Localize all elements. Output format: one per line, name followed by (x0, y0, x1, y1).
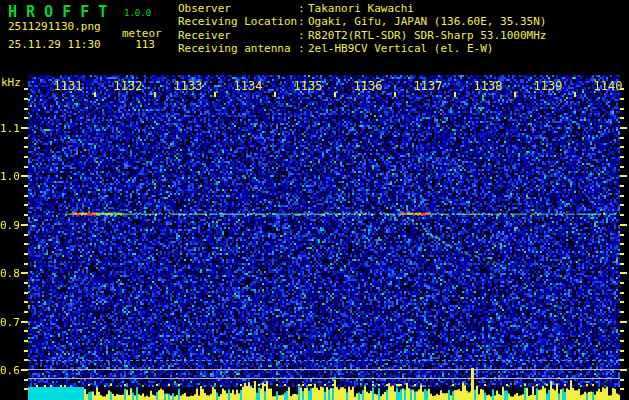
left-axis-tick (24, 204, 28, 206)
right-axis-tick (620, 156, 624, 158)
right-axis-tick (620, 88, 624, 90)
right-axis-tick (620, 166, 624, 168)
station-info-label: Receiving antenna (178, 42, 298, 55)
spectrogram-canvas (28, 75, 620, 400)
right-axis-tick (620, 127, 627, 129)
station-info-row: Receiving Location:Ogaki, Gifu, JAPAN (1… (178, 15, 546, 28)
x-axis-tick-label: 1139 (534, 79, 563, 93)
right-axis-tick (620, 137, 624, 139)
right-axis-tick (620, 204, 624, 206)
left-axis-tick (24, 214, 28, 216)
output-filename: 2511291130.png (8, 20, 101, 33)
station-info: Observer:Takanori KawachiReceiving Locat… (178, 2, 546, 56)
left-axis-tick (24, 117, 28, 119)
top-axis-tick (94, 92, 96, 97)
station-info-label: Observer (178, 2, 298, 15)
right-axis-tick (620, 292, 624, 294)
top-axis-tick (334, 92, 336, 97)
left-axis-tick (21, 224, 28, 226)
y-axis-tick-label: 0.8 (0, 267, 19, 280)
left-axis-tick (24, 137, 28, 139)
top-axis-tick (274, 92, 276, 97)
left-axis-tick (24, 292, 28, 294)
left-axis-tick (24, 379, 28, 381)
top-axis-tick (214, 92, 216, 97)
x-axis-tick-label: 1138 (474, 79, 503, 93)
top-axis-tick (454, 92, 456, 97)
x-axis-tick-label: 1137 (414, 79, 443, 93)
left-axis-tick (21, 321, 28, 323)
station-info-row: Receiving antenna:2el-HB9CV Vertical (el… (178, 42, 546, 55)
left-axis-tick (24, 146, 28, 148)
station-info-colon: : (298, 15, 308, 28)
right-axis-tick (620, 146, 624, 148)
left-axis-tick (24, 263, 28, 265)
right-axis-tick (620, 195, 624, 197)
left-axis-tick (24, 350, 28, 352)
right-axis-tick (620, 214, 624, 216)
right-axis-tick (620, 117, 624, 119)
station-info-row: Observer:Takanori Kawachi (178, 2, 546, 15)
right-axis-tick (620, 388, 624, 390)
station-info-value: 2el-HB9CV Vertical (el. E-W) (308, 42, 493, 55)
y-axis-tick-label: 0.6 (0, 364, 19, 377)
left-axis-tick (24, 88, 28, 90)
left-axis-tick (24, 330, 28, 332)
left-axis-tick (21, 175, 28, 177)
echo-count: 113 (100, 38, 155, 51)
station-info-row: Receiver:R820T2(RTL-SDR) SDR-Sharp 53.10… (178, 29, 546, 42)
x-axis-tick-label: 1135 (294, 79, 323, 93)
left-axis-tick (24, 311, 28, 313)
left-axis-tick (21, 369, 28, 371)
left-axis-tick (24, 185, 28, 187)
right-axis-tick (620, 359, 624, 361)
right-axis-tick (620, 301, 624, 303)
right-axis-tick (620, 224, 627, 226)
top-axis-tick (574, 92, 576, 97)
observation-timestamp: 25.11.29 11:30 (8, 38, 101, 51)
y-axis-tick-label: 1.0 (0, 170, 19, 183)
top-axis-tick (394, 92, 396, 97)
station-info-label: Receiver (178, 29, 298, 42)
right-axis-tick (620, 175, 627, 177)
left-axis-tick (24, 340, 28, 342)
station-info-value: Takanori Kawachi (308, 2, 414, 15)
station-info-colon: : (298, 42, 308, 55)
right-axis-tick (620, 234, 624, 236)
right-axis-tick (620, 311, 624, 313)
left-axis-tick (24, 98, 28, 100)
left-axis-tick (24, 359, 28, 361)
right-axis-tick (620, 98, 624, 100)
left-axis-tick (24, 108, 28, 110)
right-axis-tick (620, 282, 624, 284)
x-axis-tick-label: 1133 (174, 79, 203, 93)
app-title: H R O F F T (8, 3, 107, 21)
left-axis-tick (24, 282, 28, 284)
right-axis-tick (620, 272, 627, 274)
left-axis-tick (24, 195, 28, 197)
left-axis-tick (21, 127, 28, 129)
right-axis-tick (620, 340, 624, 342)
x-axis-tick-label: 1140 (594, 79, 623, 93)
right-axis-tick (620, 379, 624, 381)
x-axis-tick-label: 1136 (354, 79, 383, 93)
right-axis-tick (620, 243, 624, 245)
app-version: 1.0.0 (124, 8, 151, 18)
right-axis-tick (620, 369, 627, 371)
left-axis-tick (24, 301, 28, 303)
right-axis-tick (620, 253, 624, 255)
right-axis-tick (620, 263, 624, 265)
left-axis-tick (24, 388, 28, 390)
station-info-value: R820T2(RTL-SDR) SDR-Sharp 53.1000MHz (308, 29, 546, 42)
right-axis-tick (620, 321, 627, 323)
hrofft-window: H R O F F T 1.0.0 2511291130.png meteor … (0, 0, 629, 400)
x-axis-tick-label: 1131 (54, 79, 83, 93)
y-axis-tick-label: 0.7 (0, 315, 19, 328)
y-axis-tick-label: 0.9 (0, 218, 19, 231)
station-info-label: Receiving Location (178, 15, 298, 28)
left-axis-tick (24, 156, 28, 158)
x-axis-tick-label: 1134 (234, 79, 263, 93)
right-axis-tick (620, 185, 624, 187)
y-axis-tick-label: 1.1 (0, 122, 19, 135)
left-axis-tick (24, 234, 28, 236)
